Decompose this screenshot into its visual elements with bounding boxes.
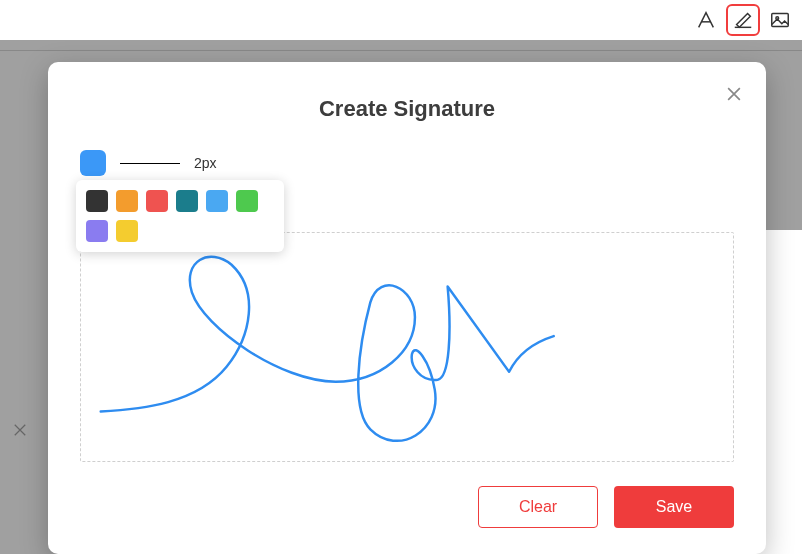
signature-canvas[interactable]	[80, 232, 734, 462]
stroke-controls: 2px	[80, 150, 734, 176]
color-swatch-purple[interactable]	[86, 220, 108, 242]
create-signature-modal: Create Signature 2px ad, mouse or touch …	[48, 62, 766, 554]
color-swatch-black[interactable]	[86, 190, 108, 212]
color-swatch-blue[interactable]	[206, 190, 228, 212]
color-swatch-red[interactable]	[146, 190, 168, 212]
color-palette-popup	[76, 180, 284, 252]
image-icon[interactable]	[766, 6, 794, 34]
modal-title: Create Signature	[80, 96, 734, 122]
stroke-width-label: 2px	[194, 155, 217, 171]
color-swatch-yellow[interactable]	[116, 220, 138, 242]
signature-drawing	[81, 233, 733, 461]
clear-button[interactable]: Clear	[478, 486, 598, 528]
background-close-icon[interactable]	[10, 420, 30, 440]
svg-rect-0	[772, 14, 789, 27]
color-swatch-orange[interactable]	[116, 190, 138, 212]
text-icon[interactable]	[692, 6, 720, 34]
editor-topbar	[0, 0, 802, 40]
modal-buttons: Clear Save	[478, 486, 734, 528]
current-color-chip[interactable]	[80, 150, 106, 176]
stroke-preview	[120, 163, 180, 164]
close-icon[interactable]	[720, 80, 748, 108]
signature-icon[interactable]	[726, 4, 760, 36]
color-swatch-green[interactable]	[236, 190, 258, 212]
app-stage: e another. ofile attack ister, as w Kitr…	[0, 0, 802, 554]
save-button[interactable]: Save	[614, 486, 734, 528]
divider	[0, 50, 802, 51]
color-swatch-teal[interactable]	[176, 190, 198, 212]
